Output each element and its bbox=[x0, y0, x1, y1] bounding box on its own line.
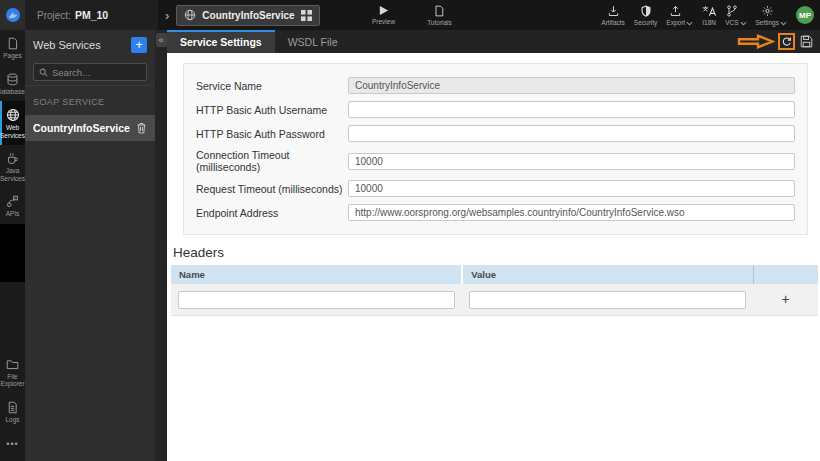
database-icon bbox=[6, 73, 19, 86]
form-row: HTTP Basic Auth Password bbox=[196, 125, 795, 142]
sidebar-divider-block bbox=[0, 224, 25, 282]
headers-title: Headers bbox=[173, 245, 818, 260]
settings-button[interactable]: Settings bbox=[756, 5, 780, 26]
search-icon bbox=[39, 68, 48, 77]
form-row: Connection Timeout (milliseconds) bbox=[196, 149, 795, 173]
collapse-panel-button[interactable]: « bbox=[156, 33, 167, 47]
save-service-button[interactable] bbox=[798, 35, 815, 48]
service-name-field[interactable] bbox=[348, 77, 795, 94]
field-label: Request Timeout (milliseconds) bbox=[196, 183, 348, 195]
panel-title: Web Services bbox=[33, 39, 131, 51]
header-value-input[interactable] bbox=[469, 291, 746, 309]
play-icon bbox=[378, 5, 389, 16]
artifacts-label: Artifacts bbox=[601, 19, 624, 26]
field-label: HTTP Basic Auth Password bbox=[196, 128, 348, 140]
http-basic-auth-username-field[interactable] bbox=[348, 101, 795, 118]
header-name-input[interactable] bbox=[178, 291, 455, 309]
headers-table-head-row: Name Value bbox=[171, 265, 818, 284]
sidebar-item-pages[interactable]: Pages bbox=[0, 30, 25, 66]
open-service-tab[interactable]: CountryInfoService bbox=[176, 5, 319, 26]
export-label: Export bbox=[666, 19, 685, 26]
soap-service-section-label: SOAP SERVICE bbox=[25, 85, 155, 115]
gear-icon bbox=[761, 5, 774, 17]
connection-timeout-field[interactable] bbox=[348, 153, 795, 170]
delete-service-button[interactable] bbox=[136, 122, 147, 134]
top-bar: Project: PM_10 › CountryInfoService Prev… bbox=[0, 0, 820, 30]
security-label: Security bbox=[634, 19, 657, 26]
sidebar-item-java-services[interactable]: Java Services bbox=[0, 145, 25, 188]
sidebar-spacer bbox=[0, 282, 25, 351]
headers-table: Name Value + bbox=[171, 265, 818, 316]
brand-logo[interactable] bbox=[0, 0, 25, 30]
tab-wsdl-file[interactable]: WSDL File bbox=[275, 30, 351, 53]
settings-label: Settings bbox=[756, 19, 780, 26]
editor-actions bbox=[737, 30, 820, 53]
chevron-down-icon[interactable] bbox=[780, 21, 787, 26]
topbar-right-group: Artifacts Security Export I18N bbox=[601, 0, 820, 30]
headers-table-row: + bbox=[171, 284, 818, 315]
request-timeout-field[interactable] bbox=[348, 180, 795, 197]
annotation-arrow-icon bbox=[737, 34, 775, 49]
field-label: Connection Timeout (milliseconds) bbox=[196, 149, 348, 173]
http-basic-auth-password-field[interactable] bbox=[348, 125, 795, 142]
save-icon bbox=[800, 35, 813, 48]
preview-label: Preview bbox=[372, 18, 395, 25]
log-file-icon bbox=[6, 401, 19, 414]
export-button[interactable]: Export bbox=[666, 5, 685, 26]
service-search bbox=[33, 63, 147, 81]
trash-icon bbox=[136, 122, 147, 134]
translate-icon bbox=[702, 5, 716, 17]
chevron-right-icon: › bbox=[158, 0, 176, 30]
left-icon-rail: Pages Databases Web Services Java Servic… bbox=[0, 30, 25, 461]
panel-splitter[interactable]: « bbox=[155, 30, 167, 461]
project-label: Project: bbox=[37, 10, 71, 21]
sidebar-item-apis[interactable]: APIs bbox=[0, 188, 25, 224]
sidebar-item-file-explorer[interactable]: File Explorer bbox=[0, 351, 25, 394]
sidebar-item-logs[interactable]: Logs bbox=[0, 394, 25, 430]
refresh-icon bbox=[782, 37, 792, 47]
i18n-button[interactable]: I18N bbox=[702, 5, 716, 26]
artifacts-button[interactable]: Artifacts bbox=[601, 5, 624, 26]
endpoint-address-field[interactable] bbox=[348, 204, 795, 221]
vcs-button[interactable]: VCS bbox=[725, 5, 738, 26]
more-options-icon[interactable]: ••• bbox=[0, 429, 25, 461]
app-window: Project: PM_10 › CountryInfoService Prev… bbox=[0, 0, 820, 461]
branch-icon bbox=[726, 5, 738, 17]
folder-icon bbox=[6, 358, 19, 371]
reload-service-button[interactable] bbox=[778, 33, 795, 50]
service-list-item[interactable]: CountryInfoService bbox=[25, 115, 155, 141]
chevron-down-icon[interactable] bbox=[686, 21, 693, 26]
dashboard-grid-icon[interactable] bbox=[301, 10, 312, 21]
search-input[interactable] bbox=[52, 67, 141, 78]
shield-icon bbox=[640, 5, 652, 17]
download-icon bbox=[607, 5, 620, 17]
sidebar-item-web-services[interactable]: Web Services bbox=[0, 101, 25, 145]
preview-button[interactable]: Preview bbox=[372, 0, 395, 30]
tutorials-button[interactable]: Tutorials bbox=[427, 0, 452, 30]
form-row: HTTP Basic Auth Username bbox=[196, 101, 795, 118]
workspace: Pages Databases Web Services Java Servic… bbox=[0, 30, 820, 461]
security-button[interactable]: Security bbox=[634, 5, 657, 26]
add-header-button[interactable]: + bbox=[753, 284, 818, 315]
connector-icon bbox=[6, 195, 19, 208]
headers-section: Headers Name Value bbox=[171, 245, 818, 316]
add-service-button[interactable]: + bbox=[131, 37, 147, 53]
vcs-group: VCS bbox=[725, 5, 746, 26]
sidebar-item-databases[interactable]: Databases bbox=[0, 66, 25, 102]
editor-tab-bar: Service Settings WSDL File bbox=[167, 30, 820, 53]
globe-icon bbox=[6, 108, 20, 122]
form-row: Service Name bbox=[196, 77, 795, 94]
column-header-add bbox=[753, 265, 818, 284]
project-info[interactable]: Project: PM_10 bbox=[25, 0, 158, 30]
coffee-cup-icon bbox=[6, 152, 19, 165]
vcs-label: VCS bbox=[725, 19, 738, 26]
topbar-center-group: Preview Tutorials bbox=[372, 0, 452, 30]
tab-service-settings[interactable]: Service Settings bbox=[167, 30, 275, 53]
column-header-value: Value bbox=[462, 265, 753, 284]
i18n-label: I18N bbox=[702, 19, 716, 26]
field-label: Endpoint Address bbox=[196, 207, 348, 219]
chevron-down-icon[interactable] bbox=[740, 21, 747, 26]
project-name: PM_10 bbox=[75, 9, 108, 21]
column-header-name: Name bbox=[171, 265, 462, 284]
user-avatar[interactable]: MP bbox=[796, 6, 814, 24]
